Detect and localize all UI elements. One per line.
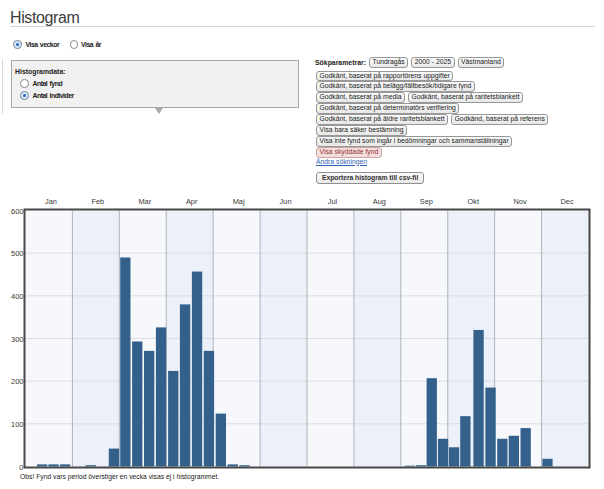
- svg-text:Okt: Okt: [467, 197, 479, 206]
- svg-text:Dec: Dec: [560, 197, 573, 206]
- svg-text:Jul: Jul: [328, 197, 338, 206]
- svg-text:200: 200: [11, 377, 24, 386]
- svg-text:Mar: Mar: [138, 197, 151, 206]
- svg-text:Jan: Jan: [45, 197, 57, 206]
- svg-text:600: 600: [11, 207, 24, 216]
- svg-text:300: 300: [11, 335, 24, 344]
- svg-text:Maj: Maj: [233, 197, 245, 206]
- svg-text:Jun: Jun: [280, 197, 292, 206]
- svg-text:400: 400: [11, 292, 24, 301]
- svg-text:Aug: Aug: [373, 197, 386, 206]
- svg-text:0: 0: [19, 463, 23, 472]
- svg-text:500: 500: [11, 249, 24, 258]
- svg-text:Sep: Sep: [420, 197, 433, 206]
- svg-text:Nov: Nov: [514, 197, 527, 206]
- svg-text:Apr: Apr: [186, 197, 198, 206]
- svg-text:Feb: Feb: [92, 197, 105, 206]
- svg-text:100: 100: [11, 420, 24, 429]
